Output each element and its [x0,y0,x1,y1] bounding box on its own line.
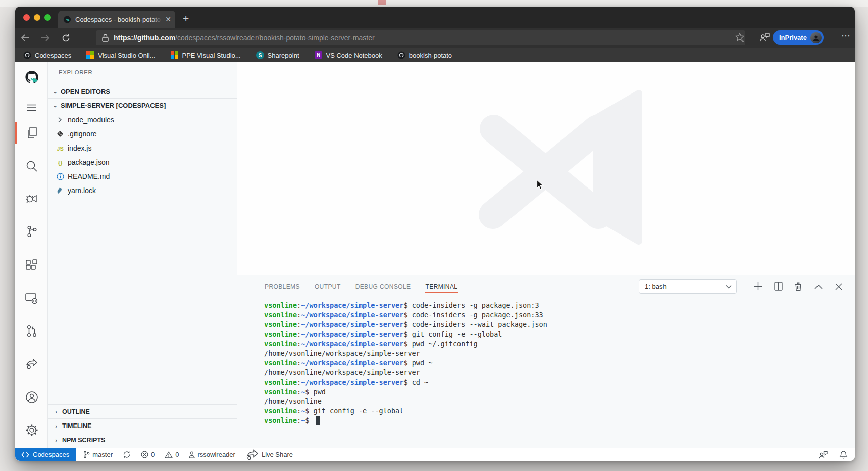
file-item[interactable]: node_modules [48,113,237,127]
panel-tab-problems[interactable]: PROBLEMS [264,280,300,293]
panel-tab-terminal[interactable]: TERMINAL [425,280,458,293]
bookmark-item[interactable]: PPE Visual Studio... [171,51,241,59]
bookmark-item[interactable]: Codespaces [23,51,71,59]
activity-item-source-control[interactable] [15,219,48,244]
remote-indicator-badge[interactable]: Codespaces [15,448,76,461]
bookmark-item[interactable]: Visual Studio Onli... [86,51,155,59]
status-item-0[interactable]: 0 [165,451,179,458]
project-root-item[interactable]: ⌄ SIMPLE-SERVER [CODESPACES] [48,99,237,112]
file-name: README.md [68,172,110,180]
file-name: node_modules [68,116,114,124]
new-tab-button[interactable]: + [183,12,189,26]
notifications-bell-icon[interactable] [839,450,848,459]
activity-item-account[interactable] [15,385,48,409]
sidebar-title: EXPLORER [59,69,92,75]
status-item-master[interactable]: master [83,451,113,458]
browser-tab[interactable]: Codespaces - bookish-potato ✕ [58,11,175,28]
chevron-right-icon: › [52,423,60,429]
browser-window: Codespaces - bookish-potato ✕ + https://… [15,7,855,461]
close-panel-icon[interactable] [829,283,849,290]
new-terminal-icon[interactable] [748,282,768,291]
file-item[interactable]: .gitignore [48,127,237,141]
browser-menu-icon[interactable]: ⋯ [841,30,851,41]
file-item[interactable]: yarn.lock [48,183,237,198]
file-item[interactable]: README.md [48,169,237,183]
url-bar[interactable]: https://github.com/codespaces/rssowlread… [96,30,745,45]
bookmark-item[interactable]: NVS Code Notebook [315,51,382,59]
warning-icon [165,451,173,458]
url-host: https://github.com [114,34,175,42]
open-editors-section[interactable]: ⌄ OPEN EDITORS [48,85,237,99]
sidebar-section-outline[interactable]: ›OUTLINE [48,404,237,418]
source-control-icon [26,225,38,238]
refresh-icon[interactable] [56,33,76,43]
maximize-panel-icon[interactable] [808,284,829,289]
activity-item-menu[interactable] [15,96,48,120]
search-icon [25,160,38,172]
split-terminal-icon[interactable] [768,282,788,291]
background-divider [300,0,300,7]
extensions-icon [25,259,38,271]
menu-icon [27,104,37,111]
status-item-0[interactable]: 0 [141,451,155,458]
bookmark-item[interactable]: SSharepoint [256,51,299,59]
activity-item-explorer[interactable] [15,121,48,145]
file-tree: node_modules.gitignoreJSindex.js{}packag… [48,113,237,198]
terminal-prompt-line: vsonline:~/workspace/simple-server$ code… [264,320,845,329]
file-item[interactable]: {}package.json [48,155,237,169]
background-red-mark [378,0,386,5]
live-share-icon [245,448,259,461]
zoom-window-button[interactable] [44,14,51,21]
terminal-select[interactable]: 1: bash [639,279,737,294]
github-icon [397,51,405,59]
activity-item-codespaces-logo[interactable] [15,66,48,90]
panel-tab-debug-console[interactable]: DEBUG CONSOLE [355,280,412,293]
terminal-select-value: 1: bash [645,282,726,290]
panel-header: PROBLEMSOUTPUTDEBUG CONSOLETERMINAL 1: b… [237,275,855,297]
close-window-button[interactable] [23,14,30,21]
status-item-live-share[interactable]: Live Share [245,448,293,461]
activity-item-pull-requests[interactable] [15,319,48,343]
onenote-icon: N [315,51,323,59]
activity-item-live-share[interactable] [15,352,48,376]
status-item-rssowlreader[interactable]: rssowlreader [189,451,235,458]
terminal-output-line: /home/vsonline/workspace/simple-server [264,349,845,358]
inprivate-badge[interactable]: InPrivate [773,30,824,45]
forward-icon[interactable] [35,33,56,42]
profile-avatar[interactable] [810,32,822,43]
feedback-icon[interactable] [818,450,828,459]
terminal-output[interactable]: vsonline:~/workspace/simple-server$ code… [264,301,845,448]
send-feedback-icon[interactable] [758,32,771,44]
file-name: .gitignore [68,130,97,138]
section-label: TIMELINE [62,422,91,430]
status-item-sync-icon[interactable] [123,451,131,458]
sidebar-section-npm-scripts[interactable]: ›NPM SCRIPTS [48,433,237,447]
minimize-window-button[interactable] [34,14,40,21]
activity-item-remote-explorer[interactable] [15,286,48,310]
file-item[interactable]: JSindex.js [48,141,237,155]
status-bar: Codespaces master00rssowlreaderLive Shar… [15,448,855,461]
tab-close-icon[interactable]: ✕ [165,15,171,23]
url-path: /codespaces/rssowlreader/bookish-potato-… [175,34,375,42]
chevron-down-icon: ⌄ [51,102,59,109]
back-icon[interactable] [15,33,35,42]
status-item-label: 0 [175,451,179,458]
bookmark-label: Sharepoint [268,52,299,59]
chevron-right-icon: › [52,437,60,443]
panel-tab-output[interactable]: OUTPUT [314,280,341,293]
favorites-star-icon[interactable] [734,32,745,43]
editor-area[interactable] [237,62,855,275]
activity-item-run-debug[interactable] [15,186,48,211]
bottom-panel: PROBLEMSOUTPUTDEBUG CONSOLETERMINAL 1: b… [237,275,855,448]
terminal-cursor [316,416,320,425]
person-icon [189,451,195,458]
activity-item-extensions[interactable] [15,253,48,277]
kill-terminal-icon[interactable] [788,282,808,291]
panel-tabs: PROBLEMSOUTPUTDEBUG CONSOLETERMINAL [264,280,458,293]
bookmark-item[interactable]: bookish-potato [397,51,452,59]
activity-item-search[interactable] [15,154,48,178]
git-icon [55,130,65,137]
activity-item-settings[interactable] [15,418,48,442]
sidebar-section-timeline[interactable]: ›TIMELINE [48,418,237,433]
json-icon: {} [55,159,65,166]
